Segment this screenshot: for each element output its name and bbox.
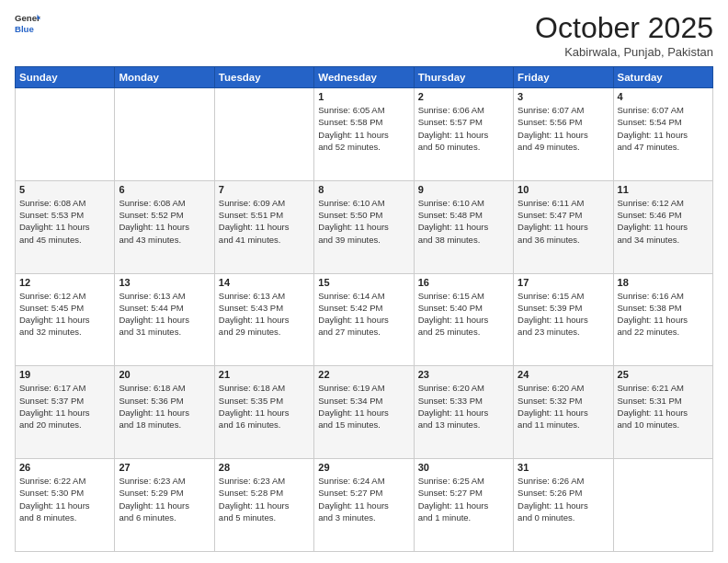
day-info: Sunrise: 6:25 AM Sunset: 5:27 PM Dayligh… — [418, 475, 509, 523]
day-info: Sunrise: 6:15 AM Sunset: 5:40 PM Dayligh… — [418, 290, 509, 339]
calendar-table: Sunday Monday Tuesday Wednesday Thursday… — [15, 66, 713, 552]
header-friday: Friday — [514, 67, 613, 88]
day-info: Sunrise: 6:12 AM Sunset: 5:46 PM Dayligh… — [618, 197, 709, 246]
day-number: 30 — [418, 462, 509, 473]
month-title: October 2025 — [535, 11, 713, 45]
header-thursday: Thursday — [414, 67, 513, 88]
table-row: 26Sunrise: 6:22 AM Sunset: 5:30 PM Dayli… — [16, 459, 115, 552]
table-row: 4Sunrise: 6:07 AM Sunset: 5:54 PM Daylig… — [613, 88, 712, 181]
day-number: 31 — [518, 462, 609, 473]
table-row: 1Sunrise: 6:05 AM Sunset: 5:58 PM Daylig… — [314, 88, 414, 181]
table-row: 11Sunrise: 6:12 AM Sunset: 5:46 PM Dayli… — [613, 180, 712, 273]
calendar-week-row: 1Sunrise: 6:05 AM Sunset: 5:58 PM Daylig… — [16, 88, 713, 181]
day-number: 20 — [119, 369, 210, 380]
day-info: Sunrise: 6:24 AM Sunset: 5:27 PM Dayligh… — [318, 475, 409, 523]
logo-icon: General Blue — [15, 11, 40, 37]
table-row: 12Sunrise: 6:12 AM Sunset: 5:45 PM Dayli… — [16, 273, 115, 366]
table-row: 15Sunrise: 6:14 AM Sunset: 5:42 PM Dayli… — [314, 273, 414, 366]
day-number: 5 — [19, 184, 110, 195]
day-info: Sunrise: 6:05 AM Sunset: 5:58 PM Dayligh… — [318, 104, 409, 153]
svg-text:Blue: Blue — [15, 24, 34, 34]
day-number: 8 — [318, 184, 409, 195]
calendar-week-row: 12Sunrise: 6:12 AM Sunset: 5:45 PM Dayli… — [16, 273, 713, 366]
day-info: Sunrise: 6:10 AM Sunset: 5:50 PM Dayligh… — [318, 197, 409, 246]
day-number: 19 — [19, 369, 110, 380]
day-number: 26 — [19, 462, 110, 473]
day-number: 21 — [219, 369, 310, 380]
table-row: 28Sunrise: 6:23 AM Sunset: 5:28 PM Dayli… — [214, 459, 313, 552]
table-row: 18Sunrise: 6:16 AM Sunset: 5:38 PM Dayli… — [613, 273, 712, 366]
day-number: 12 — [19, 277, 110, 288]
day-number: 6 — [119, 184, 210, 195]
day-info: Sunrise: 6:08 AM Sunset: 5:52 PM Dayligh… — [119, 197, 210, 246]
table-row: 27Sunrise: 6:23 AM Sunset: 5:29 PM Dayli… — [115, 459, 214, 552]
day-number: 7 — [219, 184, 310, 195]
day-info: Sunrise: 6:16 AM Sunset: 5:38 PM Dayligh… — [618, 290, 709, 339]
table-row: 6Sunrise: 6:08 AM Sunset: 5:52 PM Daylig… — [115, 180, 214, 273]
calendar-week-row: 5Sunrise: 6:08 AM Sunset: 5:53 PM Daylig… — [16, 180, 713, 273]
day-number: 10 — [518, 184, 609, 195]
day-info: Sunrise: 6:18 AM Sunset: 5:36 PM Dayligh… — [119, 382, 210, 431]
day-info: Sunrise: 6:17 AM Sunset: 5:37 PM Dayligh… — [19, 382, 110, 431]
table-row: 3Sunrise: 6:07 AM Sunset: 5:56 PM Daylig… — [514, 88, 613, 181]
day-number: 28 — [219, 462, 310, 473]
day-number: 2 — [418, 91, 509, 102]
day-number: 9 — [418, 184, 509, 195]
header-saturday: Saturday — [613, 67, 712, 88]
day-info: Sunrise: 6:19 AM Sunset: 5:34 PM Dayligh… — [318, 382, 409, 431]
day-number: 3 — [518, 91, 609, 102]
day-number: 27 — [119, 462, 210, 473]
svg-text:General: General — [15, 13, 40, 23]
day-info: Sunrise: 6:22 AM Sunset: 5:30 PM Dayligh… — [19, 475, 110, 523]
table-row: 25Sunrise: 6:21 AM Sunset: 5:31 PM Dayli… — [613, 366, 712, 459]
day-number: 11 — [618, 184, 709, 195]
day-number: 13 — [119, 277, 210, 288]
day-number: 29 — [318, 462, 409, 473]
day-info: Sunrise: 6:20 AM Sunset: 5:32 PM Dayligh… — [518, 382, 609, 431]
table-row: 16Sunrise: 6:15 AM Sunset: 5:40 PM Dayli… — [414, 273, 513, 366]
table-row — [115, 88, 214, 181]
day-info: Sunrise: 6:13 AM Sunset: 5:44 PM Dayligh… — [119, 290, 210, 339]
day-number: 18 — [618, 277, 709, 288]
table-row: 8Sunrise: 6:10 AM Sunset: 5:50 PM Daylig… — [314, 180, 414, 273]
day-number: 14 — [219, 277, 310, 288]
weekday-header-row: Sunday Monday Tuesday Wednesday Thursday… — [16, 67, 713, 88]
table-row — [613, 459, 712, 552]
table-row: 23Sunrise: 6:20 AM Sunset: 5:33 PM Dayli… — [414, 366, 513, 459]
table-row — [214, 88, 313, 181]
day-number: 17 — [518, 277, 609, 288]
day-info: Sunrise: 6:26 AM Sunset: 5:26 PM Dayligh… — [518, 475, 609, 523]
day-number: 25 — [618, 369, 709, 380]
day-info: Sunrise: 6:15 AM Sunset: 5:39 PM Dayligh… — [518, 290, 609, 339]
day-info: Sunrise: 6:09 AM Sunset: 5:51 PM Dayligh… — [219, 197, 310, 246]
day-info: Sunrise: 6:10 AM Sunset: 5:48 PM Dayligh… — [418, 197, 509, 246]
table-row: 29Sunrise: 6:24 AM Sunset: 5:27 PM Dayli… — [314, 459, 414, 552]
table-row: 10Sunrise: 6:11 AM Sunset: 5:47 PM Dayli… — [514, 180, 613, 273]
logo: General Blue — [15, 11, 40, 37]
day-info: Sunrise: 6:23 AM Sunset: 5:28 PM Dayligh… — [219, 475, 310, 523]
table-row: 13Sunrise: 6:13 AM Sunset: 5:44 PM Dayli… — [115, 273, 214, 366]
day-info: Sunrise: 6:11 AM Sunset: 5:47 PM Dayligh… — [518, 197, 609, 246]
title-block: October 2025 Kabirwala, Punjab, Pakistan — [535, 11, 713, 59]
table-row: 19Sunrise: 6:17 AM Sunset: 5:37 PM Dayli… — [16, 366, 115, 459]
calendar-week-row: 19Sunrise: 6:17 AM Sunset: 5:37 PM Dayli… — [16, 366, 713, 459]
day-info: Sunrise: 6:23 AM Sunset: 5:29 PM Dayligh… — [119, 475, 210, 523]
day-number: 1 — [318, 91, 409, 102]
day-number: 24 — [518, 369, 609, 380]
day-info: Sunrise: 6:07 AM Sunset: 5:56 PM Dayligh… — [518, 104, 609, 153]
table-row: 5Sunrise: 6:08 AM Sunset: 5:53 PM Daylig… — [16, 180, 115, 273]
table-row — [16, 88, 115, 181]
table-row: 14Sunrise: 6:13 AM Sunset: 5:43 PM Dayli… — [214, 273, 313, 366]
table-row: 30Sunrise: 6:25 AM Sunset: 5:27 PM Dayli… — [414, 459, 513, 552]
day-number: 16 — [418, 277, 509, 288]
day-number: 23 — [418, 369, 509, 380]
day-info: Sunrise: 6:07 AM Sunset: 5:54 PM Dayligh… — [618, 104, 709, 153]
header-wednesday: Wednesday — [314, 67, 414, 88]
table-row: 9Sunrise: 6:10 AM Sunset: 5:48 PM Daylig… — [414, 180, 513, 273]
table-row: 24Sunrise: 6:20 AM Sunset: 5:32 PM Dayli… — [514, 366, 613, 459]
page: General Blue October 2025 Kabirwala, Pun… — [0, 0, 728, 563]
day-number: 4 — [618, 91, 709, 102]
calendar-week-row: 26Sunrise: 6:22 AM Sunset: 5:30 PM Dayli… — [16, 459, 713, 552]
location: Kabirwala, Punjab, Pakistan — [535, 45, 713, 59]
header-monday: Monday — [115, 67, 214, 88]
